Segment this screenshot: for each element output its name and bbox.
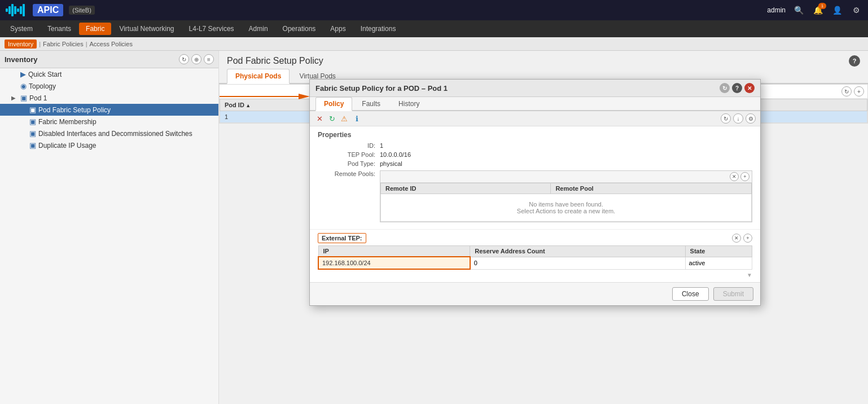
sidebar-label-pod-fabric-setup: Pod Fabric Setup Policy <box>38 106 214 114</box>
siteb-label: (SiteB) <box>69 6 95 15</box>
remote-pools-empty-row: No items have been found. Select Actions… <box>381 194 752 222</box>
modal-tab-faults[interactable]: Faults <box>353 97 389 110</box>
sidebar-item-quick-start[interactable]: ▶ Quick Start <box>0 68 218 80</box>
modal-toolbar-right: ↻ ↓ ⚙ <box>721 113 756 124</box>
sidebar-item-pod-fabric-setup[interactable]: ▣ Pod Fabric Setup Policy <box>0 104 218 116</box>
sidebar-item-topology[interactable]: ◉ Topology <box>0 80 218 92</box>
bell-icon-btn[interactable]: 🔔 1 <box>812 4 824 16</box>
sidebar-item-pod-1[interactable]: ▶ ▣ Pod 1 <box>0 92 218 104</box>
breadcrumb-fabric-policies[interactable]: Fabric Policies <box>43 41 84 47</box>
remote-col-pool[interactable]: Remote Pool <box>551 183 752 194</box>
breadcrumb-bar: Inventory | Fabric Policies | Access Pol… <box>0 37 868 51</box>
modal-close-btn[interactable]: ✕ <box>744 83 755 93</box>
prop-value-tep-pool: 10.0.0.0/16 <box>380 151 411 158</box>
ext-tep-col-reserve[interactable]: Reserve Address Count <box>470 246 685 257</box>
ext-tep-row[interactable]: 192.168.100.0/24 0 active <box>318 257 752 269</box>
user-icon-btn[interactable]: 👤 <box>831 4 843 16</box>
sidebar-tool-2[interactable]: ⊕ <box>191 54 201 64</box>
nav-system[interactable]: System <box>3 23 40 35</box>
breadcrumb-sep1: | <box>39 41 41 47</box>
expand-icon: ▶ <box>11 95 18 101</box>
modal-tool-add[interactable]: ↻ <box>327 113 337 124</box>
modal-footer: Close Submit <box>310 282 760 305</box>
no-items-submsg: Select Actions to create a new item. <box>385 208 747 214</box>
panel-table-add-btn[interactable]: + <box>854 86 864 96</box>
modal-tab-policy[interactable]: Policy <box>315 97 352 111</box>
svg-rect-2 <box>11 4 14 16</box>
ext-tep-col-ip[interactable]: IP <box>318 246 470 257</box>
sidebar-item-duplicate-ip[interactable]: ▣ Duplicate IP Usage <box>0 139 218 151</box>
svg-rect-5 <box>20 6 22 14</box>
modal-overlay: Fabric Setup Policy for a POD – Pod 1 ↻ … <box>309 79 761 306</box>
properties-section: Properties ID: 1 TEP Pool: 10.0.0.0/16 P… <box>310 126 760 230</box>
top-bar-right: admin 🔍 🔔 1 👤 ⚙ <box>767 4 862 16</box>
remote-pools-container: ✕ + Remote ID Remote Pool <box>380 170 752 222</box>
modal-toolbar-settings-btn[interactable]: ⚙ <box>746 113 756 124</box>
sidebar-tool-1[interactable]: ↻ <box>179 54 189 64</box>
top-bar: APIC (SiteB) admin 🔍 🔔 1 👤 ⚙ <box>0 0 868 20</box>
nav-integrations[interactable]: Integrations <box>354 23 403 35</box>
sidebar-label-fabric-membership: Fabric Membership <box>38 118 214 126</box>
sub-table-delete-btn[interactable]: ✕ <box>730 172 739 181</box>
modal-header-buttons: ↻ ? ✕ <box>720 83 755 93</box>
prop-row-pod-type: Pod Type: physical <box>318 160 752 167</box>
content-area: Pod Fabric Setup Policy ? Physical Pods … <box>219 51 868 404</box>
nav-apps[interactable]: Apps <box>323 23 352 35</box>
ext-tep-header: External TEP: ✕ + <box>318 233 752 243</box>
nav-tenants[interactable]: Tenants <box>41 23 78 35</box>
modal-title: Fabric Setup Policy for a POD – Pod 1 <box>315 84 448 93</box>
pod1-icon: ▣ <box>20 94 27 102</box>
settings-icon-btn[interactable]: ⚙ <box>850 4 862 16</box>
modal-tab-history[interactable]: History <box>390 97 428 110</box>
sidebar-tool-3[interactable]: ≡ <box>204 54 214 64</box>
modal-tool-delete[interactable]: ✕ <box>314 113 325 124</box>
modal-close-button[interactable]: Close <box>672 287 709 301</box>
svg-rect-6 <box>23 4 25 16</box>
ext-tep-add-btn[interactable]: + <box>743 234 752 243</box>
prop-label-id: ID: <box>318 142 380 149</box>
remote-col-id[interactable]: Remote ID <box>381 183 551 194</box>
sidebar-item-disabled-interfaces[interactable]: ▣ Disabled Interfaces and Decommissioned… <box>0 128 218 139</box>
properties-title: Properties <box>318 131 752 139</box>
modal-tool-warn[interactable]: ⚠ <box>339 113 349 124</box>
nav-operations[interactable]: Operations <box>276 23 323 35</box>
svg-rect-1 <box>8 6 11 14</box>
external-tep-section: External TEP: ✕ + IP Reserve Address Cou… <box>310 230 760 282</box>
ext-tep-delete-btn[interactable]: ✕ <box>732 234 741 243</box>
disabled-interfaces-icon: ▣ <box>29 129 36 138</box>
ext-tep-tools: ✕ + <box>732 234 752 243</box>
panel-table-refresh-btn[interactable]: ↻ <box>841 86 852 96</box>
panel-help-btn[interactable]: ? <box>849 55 860 67</box>
scroll-indicator: ▼ <box>318 271 752 279</box>
breadcrumb-access-policies[interactable]: Access Policies <box>90 41 133 47</box>
modal-help-btn[interactable]: ? <box>732 83 742 93</box>
panel-header: Pod Fabric Setup Policy ? <box>219 51 868 69</box>
modal-toolbar-download-btn[interactable]: ↓ <box>733 113 743 124</box>
modal-toolbar-refresh-btn[interactable]: ↻ <box>721 113 731 124</box>
modal-submit-button[interactable]: Submit <box>713 287 753 301</box>
tab-physical-pods[interactable]: Physical Pods <box>227 69 290 84</box>
ext-tep-label: External TEP: <box>318 233 366 243</box>
prop-row-id: ID: 1 <box>318 142 752 149</box>
breadcrumb-inventory[interactable]: Inventory <box>5 39 37 49</box>
sidebar-item-fabric-membership[interactable]: ▣ Fabric Membership <box>0 116 218 128</box>
prop-label-remote-pools: Remote Pools: <box>318 170 380 177</box>
sidebar-label-topology: Topology <box>29 82 214 90</box>
modal-tool-info[interactable]: ℹ <box>352 113 362 124</box>
nav-virtual-networking[interactable]: Virtual Networking <box>112 23 181 35</box>
ext-tep-col-state[interactable]: State <box>685 246 752 257</box>
modal-refresh-btn[interactable]: ↻ <box>720 83 730 93</box>
modal-body: Properties ID: 1 TEP Pool: 10.0.0.0/16 P… <box>310 126 760 282</box>
sidebar-label-disabled-interfaces: Disabled Interfaces and Decommissioned S… <box>38 130 214 138</box>
sidebar-header: Inventory ↻ ⊕ ≡ <box>0 51 218 68</box>
search-icon-btn[interactable]: 🔍 <box>792 4 805 16</box>
nav-fabric[interactable]: Fabric <box>79 23 111 35</box>
sidebar-label-quick-start: Quick Start <box>28 71 214 78</box>
sub-table-add-btn[interactable]: + <box>740 172 749 181</box>
pod-fabric-icon: ▣ <box>29 106 36 114</box>
modal-tab-bar: Policy Faults History <box>310 97 760 111</box>
ext-tep-cell-ip[interactable]: 192.168.100.0/24 <box>318 257 470 269</box>
bell-badge: 1 <box>818 3 826 9</box>
nav-l4-l7-services[interactable]: L4-L7 Services <box>182 23 241 35</box>
nav-admin[interactable]: Admin <box>242 23 275 35</box>
